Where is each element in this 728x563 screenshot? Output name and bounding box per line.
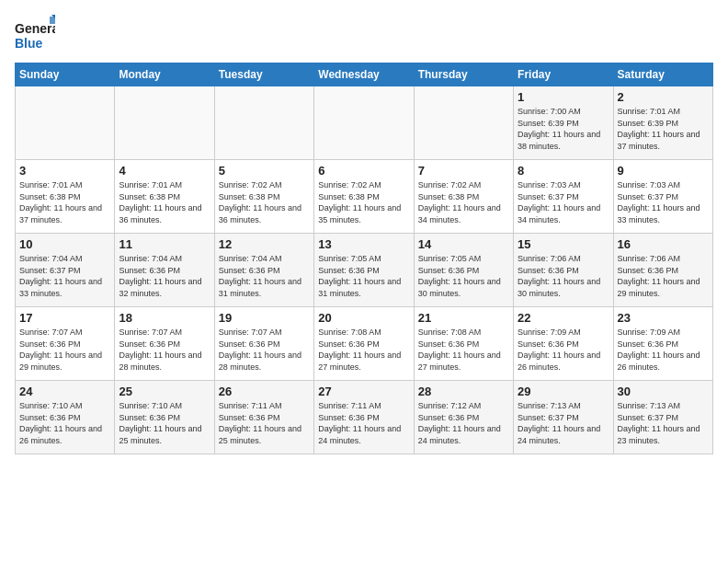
day-number: 1 [518,90,609,104]
day-info: Sunrise: 7:08 AM Sunset: 6:36 PM Dayligh… [418,327,509,373]
day-info: Sunrise: 7:04 AM Sunset: 6:36 PM Dayligh… [219,253,310,299]
day-number: 16 [618,237,709,251]
calendar-cell: 26Sunrise: 7:11 AM Sunset: 6:36 PM Dayli… [214,381,313,454]
svg-marker-2 [50,17,55,24]
day-info: Sunrise: 7:10 AM Sunset: 6:36 PM Dayligh… [19,400,110,446]
day-number: 5 [219,164,310,178]
day-number: 26 [219,385,310,398]
weekday-header-thursday: Thursday [414,63,513,86]
day-number: 28 [418,385,509,398]
day-number: 19 [219,311,310,325]
day-info: Sunrise: 7:00 AM Sunset: 6:39 PM Dayligh… [518,106,609,152]
calendar-cell: 20Sunrise: 7:08 AM Sunset: 6:36 PM Dayli… [314,307,414,381]
calendar-cell: 11Sunrise: 7:04 AM Sunset: 6:36 PM Dayli… [115,234,214,307]
calendar-header: SundayMondayTuesdayWednesdayThursdayFrid… [16,63,713,86]
day-info: Sunrise: 7:09 AM Sunset: 6:36 PM Dayligh… [518,327,609,373]
calendar-cell: 18Sunrise: 7:07 AM Sunset: 6:36 PM Dayli… [115,307,214,381]
day-number: 8 [518,164,609,178]
svg-text:General: General [15,21,55,36]
day-number: 10 [19,237,110,251]
day-number: 6 [318,164,409,178]
weekday-header-saturday: Saturday [613,63,712,86]
calendar-cell: 12Sunrise: 7:04 AM Sunset: 6:36 PM Dayli… [214,234,313,307]
calendar-cell: 14Sunrise: 7:05 AM Sunset: 6:36 PM Dayli… [414,234,513,307]
calendar-body: 1Sunrise: 7:00 AM Sunset: 6:39 PM Daylig… [16,86,713,454]
calendar-week-row: 10Sunrise: 7:04 AM Sunset: 6:37 PM Dayli… [16,234,713,307]
day-number: 9 [618,164,709,178]
day-info: Sunrise: 7:09 AM Sunset: 6:36 PM Dayligh… [618,327,709,373]
day-info: Sunrise: 7:03 AM Sunset: 6:37 PM Dayligh… [518,179,609,225]
calendar-cell: 1Sunrise: 7:00 AM Sunset: 6:39 PM Daylig… [514,86,613,160]
weekday-header-friday: Friday [514,63,613,86]
calendar-cell: 5Sunrise: 7:02 AM Sunset: 6:38 PM Daylig… [214,160,313,234]
day-info: Sunrise: 7:11 AM Sunset: 6:36 PM Dayligh… [219,400,310,446]
day-info: Sunrise: 7:12 AM Sunset: 6:36 PM Dayligh… [418,400,509,446]
calendar-cell: 23Sunrise: 7:09 AM Sunset: 6:36 PM Dayli… [613,307,712,381]
day-number: 12 [219,237,310,251]
day-number: 13 [318,237,409,251]
calendar-cell: 17Sunrise: 7:07 AM Sunset: 6:36 PM Dayli… [16,307,115,381]
day-number: 21 [418,311,509,325]
calendar-cell: 24Sunrise: 7:10 AM Sunset: 6:36 PM Dayli… [16,381,115,454]
day-info: Sunrise: 7:01 AM Sunset: 6:38 PM Dayligh… [119,179,210,225]
day-info: Sunrise: 7:07 AM Sunset: 6:36 PM Dayligh… [219,327,310,373]
day-number: 2 [618,90,709,104]
day-info: Sunrise: 7:13 AM Sunset: 6:37 PM Dayligh… [518,400,609,446]
day-number: 17 [19,311,110,325]
day-info: Sunrise: 7:03 AM Sunset: 6:37 PM Dayligh… [618,179,709,225]
calendar-week-row: 24Sunrise: 7:10 AM Sunset: 6:36 PM Dayli… [16,381,713,454]
day-info: Sunrise: 7:05 AM Sunset: 6:36 PM Dayligh… [318,253,409,299]
calendar-cell [16,86,115,160]
weekday-header-tuesday: Tuesday [214,63,313,86]
calendar-cell: 10Sunrise: 7:04 AM Sunset: 6:37 PM Dayli… [16,234,115,307]
day-info: Sunrise: 7:01 AM Sunset: 6:38 PM Dayligh… [19,179,110,225]
weekday-header-row: SundayMondayTuesdayWednesdayThursdayFrid… [16,63,713,86]
calendar-cell: 6Sunrise: 7:02 AM Sunset: 6:38 PM Daylig… [314,160,414,234]
calendar-cell [214,86,313,160]
calendar-cell: 25Sunrise: 7:10 AM Sunset: 6:36 PM Dayli… [115,381,214,454]
day-number: 27 [318,385,409,398]
day-info: Sunrise: 7:06 AM Sunset: 6:36 PM Dayligh… [618,253,709,299]
calendar-cell: 21Sunrise: 7:08 AM Sunset: 6:36 PM Dayli… [414,307,513,381]
day-info: Sunrise: 7:04 AM Sunset: 6:37 PM Dayligh… [19,253,110,299]
calendar-cell: 2Sunrise: 7:01 AM Sunset: 6:39 PM Daylig… [613,86,712,160]
logo-svg: General Blue [15,15,55,55]
day-number: 24 [19,385,110,398]
calendar-week-row: 17Sunrise: 7:07 AM Sunset: 6:36 PM Dayli… [16,307,713,381]
day-info: Sunrise: 7:01 AM Sunset: 6:39 PM Dayligh… [618,106,709,152]
calendar-cell: 7Sunrise: 7:02 AM Sunset: 6:38 PM Daylig… [414,160,513,234]
day-info: Sunrise: 7:13 AM Sunset: 6:37 PM Dayligh… [618,400,709,446]
weekday-header-sunday: Sunday [16,63,115,86]
calendar-cell: 27Sunrise: 7:11 AM Sunset: 6:36 PM Dayli… [314,381,414,454]
page-header: General Blue [15,15,713,55]
calendar-cell: 3Sunrise: 7:01 AM Sunset: 6:38 PM Daylig… [16,160,115,234]
calendar-week-row: 3Sunrise: 7:01 AM Sunset: 6:38 PM Daylig… [16,160,713,234]
calendar-cell: 9Sunrise: 7:03 AM Sunset: 6:37 PM Daylig… [613,160,712,234]
calendar-cell: 4Sunrise: 7:01 AM Sunset: 6:38 PM Daylig… [115,160,214,234]
calendar-cell [414,86,513,160]
day-number: 7 [418,164,509,178]
day-number: 20 [318,311,409,325]
calendar-cell: 15Sunrise: 7:06 AM Sunset: 6:36 PM Dayli… [514,234,613,307]
logo: General Blue [15,15,55,55]
day-info: Sunrise: 7:02 AM Sunset: 6:38 PM Dayligh… [318,179,409,225]
calendar-cell: 19Sunrise: 7:07 AM Sunset: 6:36 PM Dayli… [214,307,313,381]
day-number: 29 [518,385,609,398]
day-number: 11 [119,237,210,251]
calendar-cell: 8Sunrise: 7:03 AM Sunset: 6:37 PM Daylig… [514,160,613,234]
day-info: Sunrise: 7:05 AM Sunset: 6:36 PM Dayligh… [418,253,509,299]
day-number: 3 [19,164,110,178]
day-info: Sunrise: 7:02 AM Sunset: 6:38 PM Dayligh… [418,179,509,225]
day-number: 14 [418,237,509,251]
calendar-cell: 30Sunrise: 7:13 AM Sunset: 6:37 PM Dayli… [613,381,712,454]
day-info: Sunrise: 7:04 AM Sunset: 6:36 PM Dayligh… [119,253,210,299]
weekday-header-wednesday: Wednesday [314,63,414,86]
calendar-cell: 16Sunrise: 7:06 AM Sunset: 6:36 PM Dayli… [613,234,712,307]
day-info: Sunrise: 7:07 AM Sunset: 6:36 PM Dayligh… [119,327,210,373]
calendar-cell: 13Sunrise: 7:05 AM Sunset: 6:36 PM Dayli… [314,234,414,307]
day-number: 25 [119,385,210,398]
calendar-week-row: 1Sunrise: 7:00 AM Sunset: 6:39 PM Daylig… [16,86,713,160]
day-number: 30 [618,385,709,398]
svg-text:Blue: Blue [15,36,43,51]
calendar-table: SundayMondayTuesdayWednesdayThursdayFrid… [15,63,713,454]
